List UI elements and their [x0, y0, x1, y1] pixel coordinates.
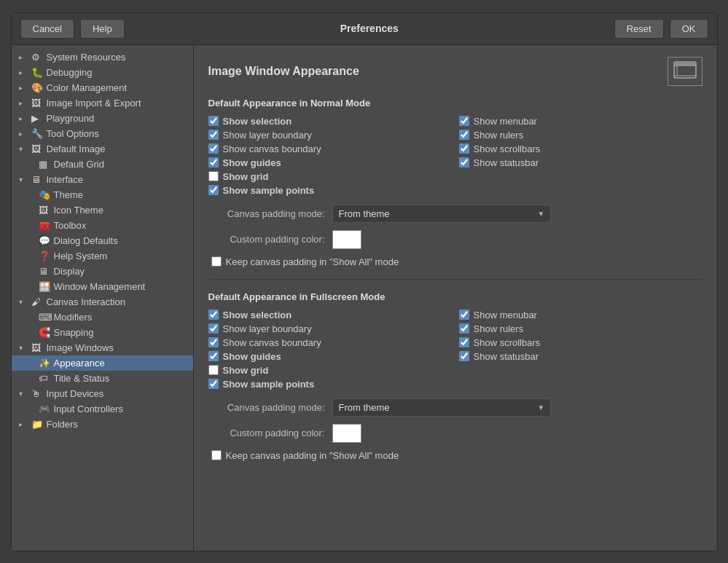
- sidebar-item-input-devices[interactable]: ▾🖱Input Devices: [12, 386, 193, 401]
- sidebar-item-label-interface: Interface: [47, 174, 84, 185]
- label-normal-show-sample-points: Show sample points: [223, 185, 315, 196]
- checkbox-fs-show-selection[interactable]: [208, 310, 219, 320]
- sidebar-item-label-theme: Theme: [54, 189, 83, 200]
- folder-icon: 📁: [31, 419, 43, 430]
- sidebar-item-label-default-grid: Default Grid: [54, 159, 104, 170]
- expander-canvas-interaction: ▾: [19, 298, 28, 306]
- checkbox-fs-show-layer-boundary[interactable]: [208, 323, 219, 334]
- normal-padding-color-swatch[interactable]: [332, 230, 361, 249]
- play-icon: ▶: [31, 113, 43, 124]
- sidebar-item-default-grid[interactable]: ▦Default Grid: [12, 157, 193, 172]
- sidebar-item-label-input-devices: Input Devices: [47, 388, 104, 399]
- sidebar-item-default-image[interactable]: ▾🖼Default Image: [12, 141, 193, 157]
- check-item-fs-show-selection: Show selection: [208, 310, 452, 320]
- checkbox-fs-show-statusbar[interactable]: [459, 351, 469, 361]
- checkbox-normal-show-canvas-boundary[interactable]: [208, 143, 219, 154]
- fs-padding-mode-wrapper: From themeLight check colorDark check co…: [332, 398, 551, 417]
- sidebar-item-input-controllers[interactable]: 🎮Input Controllers: [12, 401, 193, 417]
- checkbox-normal-show-layer-boundary[interactable]: [208, 130, 219, 140]
- fs-keep-padding-checkbox[interactable]: [211, 450, 222, 460]
- fs-padding-mode-select[interactable]: From themeLight check colorDark check co…: [332, 398, 551, 417]
- check-item-fs-show-scrollbars: Show scrollbars: [459, 337, 702, 348]
- checkbox-fs-show-menubar[interactable]: [459, 310, 469, 320]
- checkbox-normal-show-grid[interactable]: [208, 171, 219, 181]
- sidebar-item-title-status[interactable]: 🏷Title & Status: [12, 371, 193, 386]
- checkbox-normal-show-menubar[interactable]: [459, 116, 469, 126]
- sidebar-item-canvas-interaction[interactable]: ▾🖌Canvas Interaction: [12, 294, 193, 310]
- checkbox-normal-show-rulers[interactable]: [459, 130, 469, 140]
- help-icon: ❓: [39, 251, 50, 261]
- checkbox-normal-show-statusbar[interactable]: [459, 157, 469, 168]
- normal-padding-mode-select[interactable]: From themeLight check colorDark check co…: [332, 205, 551, 223]
- sidebar-item-dialog-defaults[interactable]: 💬Dialog Defaults: [12, 233, 193, 248]
- theme-icon: 🎭: [39, 189, 50, 200]
- sidebar-item-folders[interactable]: ▸📁Folders: [12, 417, 193, 432]
- checkbox-fs-show-canvas-boundary[interactable]: [208, 337, 219, 347]
- check-item-normal-show-sample-points: Show sample points: [208, 185, 452, 196]
- sidebar-item-interface[interactable]: ▾🖥Interface: [12, 172, 193, 187]
- sidebar-item-appearance[interactable]: ✨Appearance: [12, 355, 193, 371]
- sidebar-item-playground[interactable]: ▸▶Playground: [12, 111, 193, 126]
- label-normal-show-canvas-boundary: Show canvas boundary: [223, 143, 321, 154]
- label-normal-show-scrollbars: Show scrollbars: [474, 143, 541, 154]
- section-icon: [668, 57, 702, 86]
- window-icon: 🪟: [39, 281, 50, 292]
- color-icon: 🎨: [31, 82, 43, 93]
- sidebar-item-debugging[interactable]: ▸🐛Debugging: [12, 65, 193, 80]
- sidebar-item-tool-options[interactable]: ▸🔧Tool Options: [12, 126, 193, 141]
- sidebar-item-color-management[interactable]: ▸🎨Color Management: [12, 80, 193, 95]
- sidebar-item-system-resources[interactable]: ▸⚙System Resources: [12, 50, 193, 65]
- tool-icon: 🔧: [31, 128, 43, 139]
- checkbox-fs-show-scrollbars[interactable]: [459, 337, 469, 347]
- fs-padding-color-swatch[interactable]: [332, 424, 361, 443]
- sidebar-item-image-windows[interactable]: ▾🖼Image Windows: [12, 340, 193, 355]
- bug-icon: 🐛: [31, 67, 43, 78]
- sidebar-item-window-management[interactable]: 🪟Window Management: [12, 279, 193, 294]
- sidebar-item-label-image-windows: Image Windows: [47, 342, 114, 353]
- checkbox-normal-show-guides[interactable]: [208, 157, 219, 168]
- check-item-fs-show-canvas-boundary: Show canvas boundary: [208, 337, 452, 348]
- checkbox-fs-show-rulers[interactable]: [459, 323, 469, 334]
- sidebar-item-image-import-export[interactable]: ▸🖼Image Import & Export: [12, 95, 193, 111]
- display-icon: 🖥: [39, 266, 50, 277]
- label-fs-show-scrollbars: Show scrollbars: [474, 337, 541, 348]
- section-header: Image Window Appearance: [208, 57, 702, 86]
- checkbox-fs-show-guides[interactable]: [208, 351, 219, 361]
- normal-keep-padding-row: Keep canvas padding in "Show All" mode: [208, 256, 702, 267]
- sidebar-item-snapping[interactable]: 🧲Snapping: [12, 325, 193, 340]
- check-item-fs-show-layer-boundary: Show layer boundary: [208, 323, 452, 334]
- sidebar-item-label-image-import-export: Image Import & Export: [47, 98, 141, 109]
- sidebar-item-help-system[interactable]: ❓Help System: [12, 248, 193, 264]
- canvas-icon: 🖌: [31, 296, 43, 307]
- sidebar-item-display[interactable]: 🖥Display: [12, 264, 193, 279]
- normal-padding-color-label: Custom padding color:: [208, 234, 325, 245]
- sidebar-item-icon-theme[interactable]: 🖼Icon Theme: [12, 202, 193, 218]
- sidebar-item-theme[interactable]: 🎭Theme: [12, 187, 193, 202]
- sidebar-item-label-window-management: Window Management: [54, 281, 146, 292]
- sidebar-item-modifiers[interactable]: ⌨Modifiers: [12, 310, 193, 325]
- help-button[interactable]: Help: [80, 19, 125, 39]
- input-icon: 🖱: [31, 388, 43, 399]
- check-item-normal-show-selection: Show selection: [208, 116, 452, 127]
- sidebar-item-label-canvas-interaction: Canvas Interaction: [47, 296, 125, 307]
- sidebar-item-label-debugging: Debugging: [47, 67, 93, 78]
- normal-mode-section: Default Appearance in Normal Mode Show s…: [208, 98, 702, 267]
- checkbox-normal-show-selection[interactable]: [208, 116, 219, 126]
- sidebar-item-label-title-status: Title & Status: [54, 373, 110, 384]
- section-divider: [208, 279, 702, 280]
- reset-button[interactable]: Reset: [614, 19, 664, 39]
- sidebar-item-toolbox[interactable]: 🧰Toolbox: [12, 218, 193, 233]
- section-title: Image Window Appearance: [208, 65, 359, 78]
- checkbox-fs-show-sample-points[interactable]: [208, 379, 219, 389]
- icon-theme-icon: 🖼: [39, 205, 50, 216]
- checkbox-normal-show-scrollbars[interactable]: [459, 143, 469, 154]
- checkbox-fs-show-grid[interactable]: [208, 365, 219, 375]
- sidebar-item-label-modifiers: Modifiers: [54, 312, 93, 323]
- label-normal-show-layer-boundary: Show layer boundary: [223, 130, 312, 141]
- cancel-button[interactable]: Cancel: [20, 19, 74, 39]
- ok-button[interactable]: OK: [670, 19, 708, 39]
- normal-keep-padding-checkbox[interactable]: [211, 256, 222, 267]
- check-item-fs-show-rulers: Show rulers: [459, 323, 702, 334]
- expander-image-import-export: ▸: [19, 99, 28, 107]
- checkbox-normal-show-sample-points[interactable]: [208, 185, 219, 195]
